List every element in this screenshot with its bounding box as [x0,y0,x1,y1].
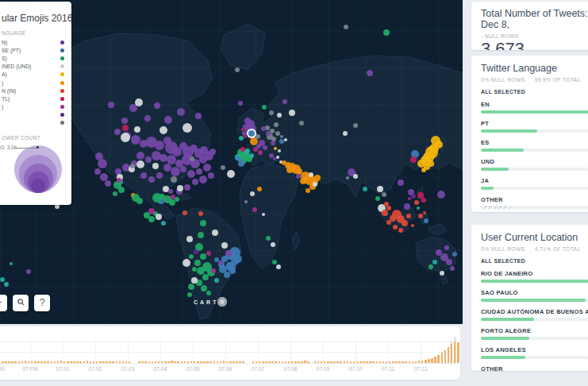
histogram-bar[interactable] [14,361,17,363]
map-data-point[interactable] [199,156,207,164]
map-data-point[interactable] [198,211,203,216]
histogram-bar[interactable] [441,353,444,363]
histogram-bar[interactable] [398,361,401,363]
histogram-bar[interactable] [242,361,244,363]
histogram-bar[interactable] [369,361,371,363]
map-data-point[interactable] [156,172,163,179]
histogram-bar[interactable] [437,355,440,363]
histogram-bar[interactable] [428,359,430,363]
map-data-point[interactable] [417,207,420,210]
map-data-point[interactable] [238,101,243,106]
map-data-point[interactable] [211,268,216,273]
map-data-point[interactable] [226,262,236,272]
map-data-point[interactable] [94,168,101,175]
map-data-point[interactable] [198,232,204,238]
histogram-bar[interactable] [421,361,424,363]
histogram-bar[interactable] [11,361,13,363]
map-data-point[interactable] [257,187,262,191]
histogram-bar[interactable] [402,361,404,363]
histogram-bar[interactable] [229,361,232,363]
histogram-bar[interactable] [54,361,56,363]
map-data-point[interactable] [274,122,279,127]
histogram-bar[interactable] [18,361,21,363]
map-data-point[interactable] [429,264,433,269]
map-data-point[interactable] [314,175,321,181]
map-data-point[interactable] [175,197,179,202]
map-data-point[interactable] [194,249,198,254]
map-data-point[interactable] [343,131,348,136]
map-data-point[interactable] [299,121,304,125]
category-row[interactable]: OTHER [481,365,588,371]
map-data-point[interactable] [410,156,417,163]
histogram-bar[interactable] [418,361,421,363]
histogram-bar[interactable] [288,361,290,363]
histogram-bar[interactable] [307,361,309,363]
map-data-point[interactable] [200,220,206,226]
map-data-point[interactable] [250,191,255,196]
histogram-bar[interactable] [86,361,89,363]
map-data-point[interactable] [156,214,162,220]
category-row[interactable]: PT [481,120,588,133]
histogram-bar[interactable] [366,361,368,363]
map-data-point[interactable] [286,167,293,173]
histogram-bar[interactable] [76,361,79,363]
map-data-point[interactable] [122,125,129,131]
histogram-bar[interactable] [187,361,190,363]
map-data-point[interactable] [161,221,166,226]
map-data-point[interactable] [404,203,410,210]
category-row[interactable]: LOS ANGELES [481,346,588,359]
histogram-bar[interactable] [271,361,274,363]
histogram-bar[interactable] [197,361,199,363]
map-data-point[interactable] [440,271,444,276]
map-data-point[interactable] [221,165,225,170]
histogram-bar[interactable] [291,361,294,363]
histogram-bar[interactable] [125,361,128,363]
histogram-bar[interactable] [275,361,277,363]
map-data-point[interactable] [386,220,391,225]
map-data-point[interactable] [266,236,271,241]
map-data-point[interactable] [188,284,194,290]
histogram-bar[interactable] [239,361,241,363]
map-data-point[interactable] [189,254,194,259]
histogram-bar[interactable] [174,361,176,363]
histogram-bar[interactable] [298,361,300,363]
histogram-bar[interactable] [330,361,332,363]
map-data-point[interactable] [271,242,275,247]
histogram-bar[interactable] [220,361,222,363]
histogram-bar[interactable] [389,361,391,363]
histogram-bar[interactable] [21,361,24,363]
histogram-bar[interactable] [448,347,450,363]
histogram-bar[interactable] [324,361,326,363]
histogram-bar[interactable] [60,361,63,363]
map-data-point[interactable] [105,180,111,187]
histogram-bar[interactable] [164,361,167,363]
map-data-point[interactable] [367,70,373,76]
map-data-point[interactable] [154,102,160,109]
histogram-bar[interactable] [431,358,433,363]
map-data-point[interactable] [203,164,211,172]
map-data-point[interactable] [269,110,274,115]
map-data-point[interactable] [4,282,9,287]
map-data-point[interactable] [118,187,125,193]
histogram-bar[interactable] [344,361,346,363]
category-row[interactable]: RIO DE JANEIRO [481,270,588,283]
histogram-bar[interactable] [102,361,105,363]
map-data-point[interactable] [313,182,317,187]
map-data-point[interactable] [241,128,244,131]
histogram-bar[interactable] [372,361,375,363]
map-data-point[interactable] [152,193,162,203]
map-data-point[interactable] [282,99,287,104]
histogram-bar[interactable] [412,361,414,363]
map-data-point[interactable] [346,176,349,179]
map-data-point[interactable] [177,185,183,191]
map-data-point[interactable] [278,149,281,152]
histogram-bar[interactable] [405,361,407,363]
map-data-point[interactable] [402,220,408,226]
map-data-point[interactable] [180,166,186,172]
map-data-point[interactable] [136,198,143,204]
histogram-bar[interactable] [265,361,267,363]
map-data-point[interactable] [195,113,202,119]
histogram-bar[interactable] [63,361,66,363]
map-data-point[interactable] [244,200,248,203]
map-data-point[interactable] [227,170,235,178]
